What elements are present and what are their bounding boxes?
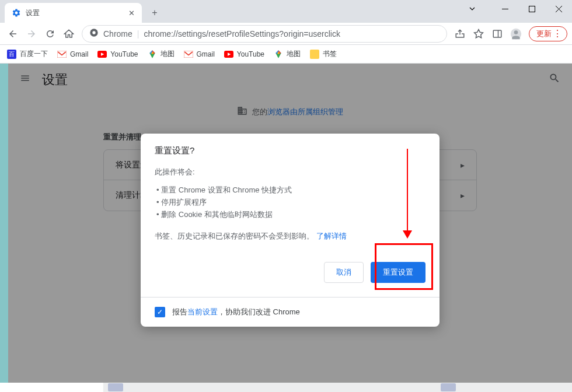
chrome-logo-icon — [89, 28, 99, 39]
home-button[interactable] — [61, 26, 77, 42]
bullet-item: • 停用扩展程序 — [155, 197, 425, 209]
bookmark-label: 百度一下 — [20, 49, 48, 59]
background-strip — [0, 64, 8, 383]
bookmark-label: Gmail — [70, 50, 88, 58]
url-bar[interactable]: Chrome | chrome://settings/resetProfileS… — [82, 25, 447, 43]
svg-point-5 — [92, 31, 95, 34]
bookmark-icon — [57, 50, 67, 59]
address-bar: Chrome | chrome://settings/resetProfileS… — [0, 23, 572, 45]
bookmark-item[interactable]: 百百度一下 — [7, 49, 48, 59]
svg-point-15 — [277, 52, 279, 54]
share-icon[interactable] — [452, 26, 468, 42]
bullet-item: • 删除 Cookie 和其他临时网站数据 — [155, 209, 425, 221]
dialog-title: 重置设置? — [155, 145, 425, 156]
bookmark-label: YouTube — [110, 50, 138, 58]
new-tab-button[interactable]: + — [147, 5, 163, 21]
window-controls — [459, 0, 572, 18]
bookmark-icon — [97, 50, 107, 59]
close-button[interactable] — [545, 0, 572, 18]
update-button[interactable]: 更新 ⋮ — [529, 26, 567, 41]
bookmark-label: Gmail — [197, 50, 215, 58]
bookmark-item[interactable]: 书签 — [310, 49, 337, 59]
footer-suffix: ，协助我们改进 Chrome — [218, 307, 300, 316]
dialog-note-prefix: 书签、历史记录和已保存的密码不会受到影响。 — [155, 232, 314, 240]
svg-point-9 — [514, 30, 518, 34]
bookmark-icon: 百 — [7, 50, 16, 59]
url-text: chrome://settings/resetProfileSettings?o… — [144, 29, 340, 38]
modal-overlay: 重置设置? 此操作将会: • 重置 Chrome 设置和 Chrome 快捷方式… — [8, 64, 572, 383]
dialog-footer: ✓ 报告当前设置，协助我们改进 Chrome — [141, 297, 440, 327]
cancel-button[interactable]: 取消 — [324, 262, 364, 283]
bookmark-icon — [224, 50, 233, 59]
svg-rect-1 — [529, 6, 535, 12]
bookmark-item[interactable]: YouTube — [97, 50, 138, 59]
dialog-bullet-list: • 重置 Chrome 设置和 Chrome 快捷方式• 停用扩展程序• 删除 … — [155, 184, 425, 220]
bottom-strip — [0, 383, 572, 392]
reload-button[interactable] — [42, 26, 58, 42]
bookmark-icon — [184, 50, 193, 59]
side-panel-icon[interactable] — [489, 26, 505, 42]
footer-text: 报告当前设置，协助我们改进 Chrome — [172, 307, 300, 317]
bookmark-star-icon[interactable] — [470, 26, 487, 42]
reset-confirm-button[interactable]: 重置设置 — [371, 262, 425, 283]
bookmark-item[interactable]: 地图 — [148, 49, 175, 59]
bookmark-item[interactable]: 地图 — [274, 49, 301, 59]
bookmark-icon — [148, 50, 157, 59]
maximize-button[interactable] — [518, 0, 545, 18]
learn-more-link[interactable]: 了解详情 — [316, 232, 347, 240]
bookmark-label: YouTube — [237, 50, 264, 58]
gear-icon — [12, 8, 21, 18]
thumb-1 — [108, 383, 123, 391]
forward-button[interactable] — [23, 26, 40, 42]
svg-point-12 — [151, 52, 153, 54]
reset-settings-dialog: 重置设置? 此操作将会: • 重置 Chrome 设置和 Chrome 快捷方式… — [141, 134, 440, 327]
bookmark-icon — [310, 50, 319, 59]
current-settings-link[interactable]: 当前设置 — [187, 307, 218, 316]
bookmark-item[interactable]: Gmail — [57, 50, 88, 59]
report-checkbox[interactable]: ✓ — [155, 307, 165, 317]
back-button[interactable] — [5, 26, 21, 42]
url-separator: | — [137, 29, 139, 38]
caret-down-icon[interactable] — [459, 0, 486, 18]
url-source-label: Chrome — [103, 29, 132, 38]
close-icon[interactable]: ✕ — [128, 9, 135, 18]
thumb-2 — [441, 383, 456, 391]
kebab-icon: ⋮ — [553, 29, 562, 38]
bookmark-label: 书签 — [323, 49, 337, 59]
bookmarks-bar: 百百度一下GmailYouTube地图GmailYouTube地图书签 — [0, 45, 572, 64]
footer-prefix: 报告 — [172, 307, 187, 316]
dialog-intro: 此操作将会: — [155, 166, 425, 178]
profile-avatar-icon[interactable] — [508, 26, 524, 42]
browser-tab[interactable]: 设置 ✕ — [5, 3, 142, 23]
bookmark-item[interactable]: Gmail — [184, 50, 215, 59]
svg-rect-6 — [493, 30, 501, 37]
bookmark-label: 地图 — [161, 49, 175, 59]
minimize-button[interactable] — [491, 0, 518, 18]
bookmark-icon — [274, 50, 283, 59]
update-label: 更新 — [536, 29, 552, 39]
bookmark-item[interactable]: YouTube — [224, 50, 264, 59]
tab-title: 设置 — [26, 8, 40, 18]
bookmark-label: 地图 — [287, 49, 301, 59]
bullet-item: • 重置 Chrome 设置和 Chrome 快捷方式 — [155, 184, 425, 197]
dialog-note: 书签、历史记录和已保存的密码不会受到影响。 了解详情 — [155, 230, 425, 243]
